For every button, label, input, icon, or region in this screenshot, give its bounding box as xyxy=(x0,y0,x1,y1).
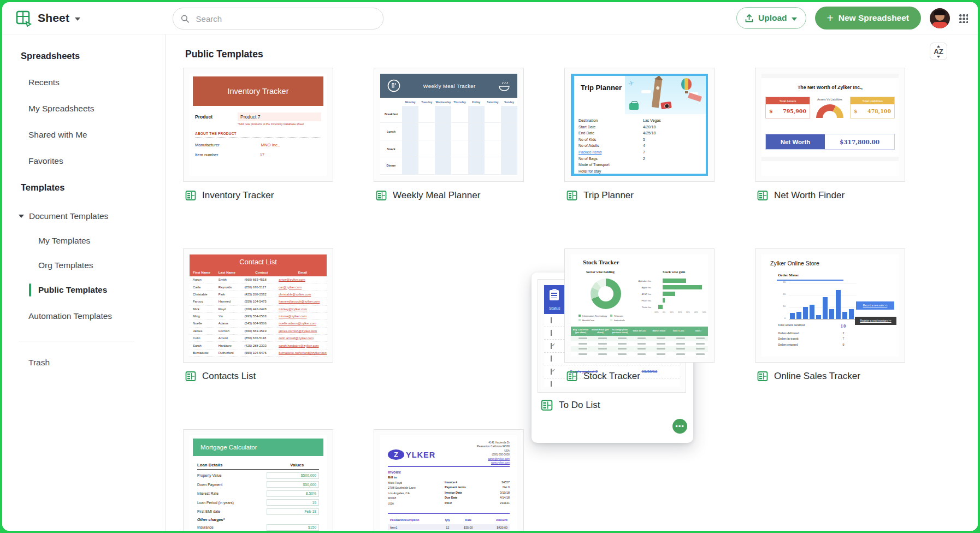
cell: arrow@zylker.com xyxy=(279,278,327,281)
meta-label: Payment terms xyxy=(445,485,466,489)
template-card-online-sales-tracker[interactable]: Zylker Online Store Order Meter 30 20 10… xyxy=(755,248,905,382)
thumb-text: 5 xyxy=(643,138,645,141)
axis-tick: 30 xyxy=(783,281,786,283)
apps-grid-icon[interactable] xyxy=(959,14,968,23)
sidebar-item-public-templates[interactable]: Public Templates xyxy=(38,285,165,295)
spreadsheet-icon xyxy=(757,190,768,201)
stat-value: 0 xyxy=(835,343,852,346)
meta-value: 4/14/18 xyxy=(500,496,510,499)
sidebar-item-trash[interactable]: Trash xyxy=(28,358,165,368)
stat-label: Orders delivered xyxy=(778,331,799,335)
thumb-text: Other charges* xyxy=(197,518,319,522)
new-spreadsheet-button[interactable]: + New Spreadsheet xyxy=(815,7,921,29)
cell: (660) 663-4518 xyxy=(244,278,279,281)
app-switcher[interactable]: Sheet xyxy=(15,2,80,34)
address-line: Pleasanton California 94588 xyxy=(477,445,510,448)
bill-address: Mick Floyd 2708 Southside Lane Los Angel… xyxy=(388,481,416,506)
template-thumbnail: Inventory Tracker Product Product 7 *Add… xyxy=(183,68,333,182)
upload-button[interactable]: Upload xyxy=(736,7,806,29)
invoice-meta: Invoice #34557 Payment termsNet 0 Invoic… xyxy=(445,481,510,506)
y-axis: 30 20 10 0 xyxy=(778,281,787,319)
cell: Noelle xyxy=(190,322,219,325)
invoice-items: Item112$35.00$420.00 Item29$51.00$459.00… xyxy=(388,524,510,531)
cell: Item1 xyxy=(388,526,439,529)
legend-item: Industrials xyxy=(610,318,636,322)
thumb-text: Down Payment xyxy=(197,483,222,487)
template-card-inventory-tracker[interactable]: Inventory Tracker Product Product 7 *Add… xyxy=(183,68,333,201)
template-card-stock-tracker[interactable]: Stock Tracker Sector wise holding Inform… xyxy=(564,248,715,382)
template-thumbnail: Weekly Meal Tracker Monday Tuesday Wedne… xyxy=(374,68,524,182)
cell: Reynolds xyxy=(219,286,245,289)
cell: Carla xyxy=(190,286,219,289)
template-card-weekly-meal-planner[interactable]: Weekly Meal Tracker Monday Tuesday Wedne… xyxy=(374,68,524,201)
day-header: Friday xyxy=(468,98,485,106)
table-row: JamesCornish(660) 663-4519james.cornish@… xyxy=(190,328,327,335)
spreadsheet-icon xyxy=(566,190,577,201)
template-card-mortgage-calculator[interactable]: Mortgage Calculator Loan Details Values … xyxy=(183,429,333,531)
thumb-value: $500,000 xyxy=(267,472,319,479)
template-card-invoice[interactable]: 4141 Hacienda Dr Pleasanton California 9… xyxy=(374,429,524,531)
sort-button[interactable]: AZ xyxy=(930,43,947,60)
cell: Hardacre xyxy=(219,344,245,347)
more-options-button[interactable]: ••• xyxy=(672,419,687,434)
cell: Farooq xyxy=(190,300,219,303)
sidebar-item-automation-templates[interactable]: Automation Templates xyxy=(28,311,165,321)
thumb-text: MNO Inc., xyxy=(261,143,280,147)
chevron-down-icon[interactable] xyxy=(75,17,80,21)
bar-label: Tesla Inc. xyxy=(623,306,654,309)
search-box[interactable] xyxy=(173,8,383,29)
thumb-text: *Add new products to the Inventory Datab… xyxy=(238,122,321,126)
cell: Arnold xyxy=(219,336,245,340)
template-card-contacts-list[interactable]: Contact List First Name Last Name Contac… xyxy=(183,248,333,382)
cell: sarah.hardacre@zylker.com xyxy=(279,344,327,347)
table-row: BernadetteRutherford(559) 104-5476bernad… xyxy=(190,350,327,357)
table-row: Item112$35.00$420.00 xyxy=(388,524,510,530)
column-header: Amount xyxy=(480,518,510,522)
cell: mickey@zylker.com xyxy=(279,307,327,311)
meta-value: 234141 xyxy=(500,501,510,505)
column-header: Gain / Loss xyxy=(669,330,688,332)
thumb-title: Inventory Tracker xyxy=(193,76,323,106)
thumb-text: First EMI date xyxy=(197,510,220,513)
caret-down-icon[interactable] xyxy=(19,215,24,218)
sidebar-item-org-templates[interactable]: Org Templates xyxy=(38,260,165,270)
day-header: Saturday xyxy=(485,98,501,106)
sidebar-item-document-templates[interactable]: Document Templates xyxy=(19,211,165,221)
gauge-label: Assets Vs Liabilities xyxy=(812,98,848,101)
thumb-text: Loan Period (in years) xyxy=(197,501,234,505)
template-card-trip-planner[interactable]: ✈ Trip Planner DestinationLas Vegas Star… xyxy=(564,68,715,201)
meta-value: 34557 xyxy=(501,481,510,484)
sheet-logo-icon xyxy=(15,10,32,27)
day-header: Monday xyxy=(402,98,418,106)
cell: James xyxy=(190,329,219,333)
website-link: www.zylker.com xyxy=(477,461,510,465)
cell: $420.00 xyxy=(480,526,510,529)
sidebar-item-my-templates[interactable]: My Templates xyxy=(38,236,165,246)
address-line: 90018 xyxy=(388,496,416,501)
template-card-net-worth-finder[interactable]: The Net Worth of Zylker Inc., Total Asse… xyxy=(755,68,905,201)
thumb-text: Property Value xyxy=(197,473,221,477)
thumb-text: 4 xyxy=(643,144,645,147)
logo-text: YLKER xyxy=(406,451,435,459)
sidebar-item-shared-with-me[interactable]: Shared with Me xyxy=(28,130,165,140)
thumb-text: Destination xyxy=(578,119,643,122)
gauge-chart xyxy=(816,104,843,118)
meta-value: 3/10/18 xyxy=(500,491,510,494)
template-thumbnail: ✈ Trip Planner DestinationLas Vegas Star… xyxy=(564,68,715,182)
document-templates-label: Document Templates xyxy=(29,211,108,221)
luggage-icon xyxy=(629,103,639,110)
template-name: Weekly Meal Planner xyxy=(393,190,480,201)
sidebar-item-recents[interactable]: Recents xyxy=(28,78,165,87)
day-header: Sunday xyxy=(501,98,517,106)
avatar[interactable] xyxy=(930,8,950,28)
donut-chart xyxy=(591,279,621,309)
sidebar-item-my-spreadsheets[interactable]: My Spreadsheets xyxy=(28,104,165,114)
template-thumbnail: 4141 Hacienda Dr Pleasanton California 9… xyxy=(374,429,524,531)
meta-label: Due Date xyxy=(445,496,457,499)
address-line: Los Angeles, CA xyxy=(388,491,416,496)
axis-tick: -10% xyxy=(654,311,658,313)
underline xyxy=(777,280,843,281)
search-input[interactable] xyxy=(195,14,375,24)
sidebar-item-favorites[interactable]: Favorites xyxy=(28,156,165,166)
legend-item: HealthCare xyxy=(578,318,610,322)
